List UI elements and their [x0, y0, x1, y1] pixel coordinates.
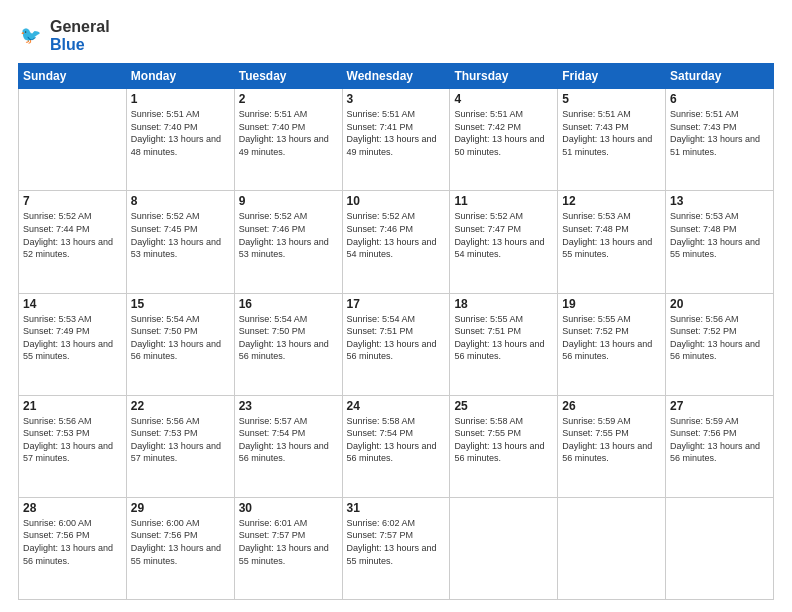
day-info: Sunrise: 6:02 AMSunset: 7:57 PMDaylight:…: [347, 517, 446, 567]
svg-text:🐦: 🐦: [20, 24, 42, 45]
day-number: 18: [454, 297, 553, 311]
day-number: 27: [670, 399, 769, 413]
day-info: Sunrise: 5:53 AMSunset: 7:49 PMDaylight:…: [23, 313, 122, 363]
logo-icon: 🐦: [18, 22, 46, 50]
day-info: Sunrise: 5:53 AMSunset: 7:48 PMDaylight:…: [670, 210, 769, 260]
day-info: Sunrise: 5:51 AMSunset: 7:40 PMDaylight:…: [239, 108, 338, 158]
calendar-cell: 22Sunrise: 5:56 AMSunset: 7:53 PMDayligh…: [126, 395, 234, 497]
day-info: Sunrise: 5:51 AMSunset: 7:43 PMDaylight:…: [562, 108, 661, 158]
calendar-cell: 13Sunrise: 5:53 AMSunset: 7:48 PMDayligh…: [666, 191, 774, 293]
day-info: Sunrise: 5:51 AMSunset: 7:41 PMDaylight:…: [347, 108, 446, 158]
calendar-cell: [19, 89, 127, 191]
day-number: 24: [347, 399, 446, 413]
day-number: 29: [131, 501, 230, 515]
calendar-cell: 17Sunrise: 5:54 AMSunset: 7:51 PMDayligh…: [342, 293, 450, 395]
calendar-cell: 30Sunrise: 6:01 AMSunset: 7:57 PMDayligh…: [234, 497, 342, 599]
day-number: 23: [239, 399, 338, 413]
day-info: Sunrise: 6:00 AMSunset: 7:56 PMDaylight:…: [23, 517, 122, 567]
day-number: 19: [562, 297, 661, 311]
calendar-cell: 5Sunrise: 5:51 AMSunset: 7:43 PMDaylight…: [558, 89, 666, 191]
day-info: Sunrise: 5:55 AMSunset: 7:51 PMDaylight:…: [454, 313, 553, 363]
day-number: 3: [347, 92, 446, 106]
day-number: 22: [131, 399, 230, 413]
calendar-cell: 12Sunrise: 5:53 AMSunset: 7:48 PMDayligh…: [558, 191, 666, 293]
calendar-cell: 24Sunrise: 5:58 AMSunset: 7:54 PMDayligh…: [342, 395, 450, 497]
day-number: 21: [23, 399, 122, 413]
calendar-cell: 15Sunrise: 5:54 AMSunset: 7:50 PMDayligh…: [126, 293, 234, 395]
day-number: 20: [670, 297, 769, 311]
calendar-header-row: SundayMondayTuesdayWednesdayThursdayFrid…: [19, 64, 774, 89]
calendar-header-wednesday: Wednesday: [342, 64, 450, 89]
calendar-cell: 29Sunrise: 6:00 AMSunset: 7:56 PMDayligh…: [126, 497, 234, 599]
header: 🐦 General Blue: [18, 18, 774, 53]
calendar-week-row: 28Sunrise: 6:00 AMSunset: 7:56 PMDayligh…: [19, 497, 774, 599]
day-info: Sunrise: 5:56 AMSunset: 7:52 PMDaylight:…: [670, 313, 769, 363]
day-info: Sunrise: 5:57 AMSunset: 7:54 PMDaylight:…: [239, 415, 338, 465]
calendar-cell: 7Sunrise: 5:52 AMSunset: 7:44 PMDaylight…: [19, 191, 127, 293]
calendar-cell: 6Sunrise: 5:51 AMSunset: 7:43 PMDaylight…: [666, 89, 774, 191]
day-number: 11: [454, 194, 553, 208]
calendar-header-monday: Monday: [126, 64, 234, 89]
day-info: Sunrise: 5:56 AMSunset: 7:53 PMDaylight:…: [23, 415, 122, 465]
day-info: Sunrise: 5:52 AMSunset: 7:46 PMDaylight:…: [347, 210, 446, 260]
day-number: 14: [23, 297, 122, 311]
logo-text-general: General: [50, 18, 110, 36]
day-number: 13: [670, 194, 769, 208]
calendar-cell: 16Sunrise: 5:54 AMSunset: 7:50 PMDayligh…: [234, 293, 342, 395]
calendar-cell: 2Sunrise: 5:51 AMSunset: 7:40 PMDaylight…: [234, 89, 342, 191]
calendar-header-thursday: Thursday: [450, 64, 558, 89]
calendar-cell: 9Sunrise: 5:52 AMSunset: 7:46 PMDaylight…: [234, 191, 342, 293]
logo-text-blue: Blue: [50, 36, 110, 54]
day-number: 26: [562, 399, 661, 413]
calendar-cell: 27Sunrise: 5:59 AMSunset: 7:56 PMDayligh…: [666, 395, 774, 497]
calendar-cell: [450, 497, 558, 599]
day-number: 17: [347, 297, 446, 311]
calendar-cell: 3Sunrise: 5:51 AMSunset: 7:41 PMDaylight…: [342, 89, 450, 191]
calendar-cell: [558, 497, 666, 599]
calendar-cell: 1Sunrise: 5:51 AMSunset: 7:40 PMDaylight…: [126, 89, 234, 191]
day-number: 10: [347, 194, 446, 208]
day-number: 25: [454, 399, 553, 413]
calendar-week-row: 21Sunrise: 5:56 AMSunset: 7:53 PMDayligh…: [19, 395, 774, 497]
day-info: Sunrise: 5:52 AMSunset: 7:47 PMDaylight:…: [454, 210, 553, 260]
day-info: Sunrise: 5:59 AMSunset: 7:55 PMDaylight:…: [562, 415, 661, 465]
day-number: 6: [670, 92, 769, 106]
calendar-week-row: 14Sunrise: 5:53 AMSunset: 7:49 PMDayligh…: [19, 293, 774, 395]
day-info: Sunrise: 5:53 AMSunset: 7:48 PMDaylight:…: [562, 210, 661, 260]
calendar-cell: 21Sunrise: 5:56 AMSunset: 7:53 PMDayligh…: [19, 395, 127, 497]
day-info: Sunrise: 5:51 AMSunset: 7:42 PMDaylight:…: [454, 108, 553, 158]
calendar-cell: 28Sunrise: 6:00 AMSunset: 7:56 PMDayligh…: [19, 497, 127, 599]
day-number: 7: [23, 194, 122, 208]
calendar-table: SundayMondayTuesdayWednesdayThursdayFrid…: [18, 63, 774, 600]
day-info: Sunrise: 6:01 AMSunset: 7:57 PMDaylight:…: [239, 517, 338, 567]
day-info: Sunrise: 5:52 AMSunset: 7:46 PMDaylight:…: [239, 210, 338, 260]
page: 🐦 General Blue SundayMondayTuesdayWednes…: [0, 0, 792, 612]
day-info: Sunrise: 6:00 AMSunset: 7:56 PMDaylight:…: [131, 517, 230, 567]
day-info: Sunrise: 5:55 AMSunset: 7:52 PMDaylight:…: [562, 313, 661, 363]
calendar-header-tuesday: Tuesday: [234, 64, 342, 89]
calendar-header-friday: Friday: [558, 64, 666, 89]
calendar-cell: 14Sunrise: 5:53 AMSunset: 7:49 PMDayligh…: [19, 293, 127, 395]
day-number: 12: [562, 194, 661, 208]
calendar-header-sunday: Sunday: [19, 64, 127, 89]
calendar-header-saturday: Saturday: [666, 64, 774, 89]
calendar-cell: 11Sunrise: 5:52 AMSunset: 7:47 PMDayligh…: [450, 191, 558, 293]
day-number: 15: [131, 297, 230, 311]
day-info: Sunrise: 5:52 AMSunset: 7:44 PMDaylight:…: [23, 210, 122, 260]
calendar-cell: 19Sunrise: 5:55 AMSunset: 7:52 PMDayligh…: [558, 293, 666, 395]
day-number: 9: [239, 194, 338, 208]
day-info: Sunrise: 5:51 AMSunset: 7:43 PMDaylight:…: [670, 108, 769, 158]
calendar-week-row: 1Sunrise: 5:51 AMSunset: 7:40 PMDaylight…: [19, 89, 774, 191]
day-number: 16: [239, 297, 338, 311]
day-info: Sunrise: 5:54 AMSunset: 7:51 PMDaylight:…: [347, 313, 446, 363]
day-number: 2: [239, 92, 338, 106]
day-number: 31: [347, 501, 446, 515]
day-number: 1: [131, 92, 230, 106]
calendar-week-row: 7Sunrise: 5:52 AMSunset: 7:44 PMDaylight…: [19, 191, 774, 293]
calendar-cell: 23Sunrise: 5:57 AMSunset: 7:54 PMDayligh…: [234, 395, 342, 497]
day-info: Sunrise: 5:58 AMSunset: 7:54 PMDaylight:…: [347, 415, 446, 465]
day-number: 8: [131, 194, 230, 208]
day-info: Sunrise: 5:52 AMSunset: 7:45 PMDaylight:…: [131, 210, 230, 260]
day-number: 28: [23, 501, 122, 515]
calendar-cell: 20Sunrise: 5:56 AMSunset: 7:52 PMDayligh…: [666, 293, 774, 395]
